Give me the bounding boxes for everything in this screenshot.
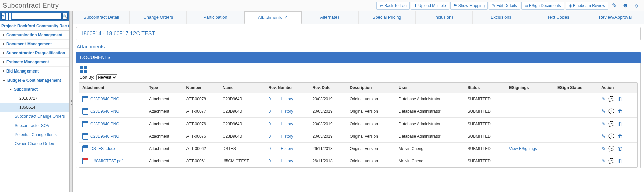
view-esignings-link[interactable]: View ESignings (509, 146, 537, 151)
history-link[interactable]: History (281, 109, 293, 114)
edit-icon[interactable]: ✎ (601, 96, 606, 102)
sidebar-item-oco[interactable]: Owner Change Orders (0, 139, 69, 148)
chevron-down-icon (9, 89, 12, 90)
tab-special-pricing[interactable]: Special Pricing (359, 11, 416, 24)
rev-number-link[interactable]: 0 (269, 159, 271, 163)
delete-icon[interactable]: 🗑 (618, 121, 623, 127)
sidebar-item-pci[interactable]: Potential Change Items (0, 130, 69, 139)
cell-status: SUBMITTED (465, 93, 506, 105)
sidebar-leaf-1860514[interactable]: 1860514 (0, 103, 69, 112)
col-name[interactable]: Name (220, 83, 266, 93)
globe-icon[interactable]: ☼ (632, 2, 642, 9)
rev-number-link[interactable]: 0 (269, 134, 271, 139)
col-status[interactable]: Status (465, 83, 506, 93)
sidebar-leaf-20180717[interactable]: 20180717 (0, 94, 69, 103)
sidebar-search-input[interactable] (12, 13, 62, 20)
col-number[interactable]: Number (183, 83, 220, 93)
history-link[interactable]: History (281, 134, 293, 139)
minus-icon[interactable]: − (9, 13, 11, 20)
delete-icon[interactable]: 🗑 (618, 146, 623, 152)
cell-status: SUBMITTED (465, 105, 506, 118)
edit-icon[interactable]: ✎ (601, 108, 606, 114)
compose-icon[interactable]: ✎ (610, 2, 619, 9)
tab-change-orders[interactable]: Change Orders (130, 11, 187, 24)
comment-icon[interactable]: 💬 (608, 133, 615, 139)
rev-number-link[interactable]: 0 (269, 122, 271, 126)
cell-desc: Original Version (347, 118, 396, 130)
edit-icon[interactable]: ✎ (601, 146, 606, 152)
attachment-link[interactable]: DSTEST.docx (90, 146, 115, 151)
history-link[interactable]: History (281, 122, 293, 126)
user-icon[interactable]: ☻ (620, 2, 631, 9)
file-icon (82, 145, 88, 152)
show-mapping-button[interactable]: ⚑Show Mapping (450, 2, 488, 10)
edit-details-button[interactable]: ✎Edit Details (489, 2, 520, 10)
delete-icon[interactable]: 🗑 (618, 96, 623, 102)
delete-icon[interactable]: 🗑 (618, 158, 623, 164)
search-icon[interactable]: 🔍 (62, 13, 68, 20)
documents-table: Attachment Type Number Name Rev. Number … (79, 83, 637, 167)
history-link[interactable]: History (281, 97, 293, 101)
comment-icon[interactable]: 💬 (608, 96, 615, 102)
sortby-select[interactable]: Newest (96, 74, 117, 80)
rev-number-link[interactable]: 0 (269, 97, 271, 101)
comment-icon[interactable]: 💬 (608, 158, 615, 164)
sidebar-item-sco[interactable]: Subcontract Change Orders (0, 112, 69, 121)
back-to-log-button[interactable]: 🡐Back To Log (376, 2, 410, 10)
history-link[interactable]: History (281, 159, 293, 163)
col-esignings[interactable]: ESignings (506, 83, 555, 93)
col-type[interactable]: Type (146, 83, 184, 93)
tab-review-approval[interactable]: Review/Approval (587, 11, 644, 24)
attachment-link[interactable]: C23D9640.PNG (90, 134, 119, 139)
sidebar-item-estimate[interactable]: Estimate Management (0, 58, 69, 67)
edit-icon[interactable]: ✎ (601, 158, 606, 164)
tab-text-codes[interactable]: Text Codes (530, 11, 587, 24)
col-esign-status[interactable]: ESign Status (555, 83, 599, 93)
delete-icon[interactable]: 🗑 (618, 108, 623, 114)
attachment-link[interactable]: C23D9640.PNG (90, 109, 119, 114)
sidebar-item-subcontract[interactable]: Subcontract (0, 85, 69, 94)
col-attachment[interactable]: Attachment (79, 83, 146, 93)
delete-icon[interactable]: 🗑 (618, 133, 623, 139)
bluebeam-review-button[interactable]: ◉Bluebeam Review (566, 2, 608, 10)
tab-exclusions[interactable]: Exclusions (473, 11, 530, 24)
sidebar-item-document[interactable]: Document Management (0, 40, 69, 49)
pencil-icon: ✎ (492, 3, 495, 8)
attachment-link[interactable]: C23D9640.PNG (90, 97, 119, 101)
sidebar-item-prequal[interactable]: Subcontractor Prequalification (0, 49, 69, 58)
page-title: Subcontract Entry (3, 2, 59, 9)
tab-attachments[interactable]: Attachments ✓ (244, 11, 302, 24)
refresh-icon[interactable]: ⟳ (1, 13, 5, 20)
rev-number-link[interactable]: 0 (269, 109, 271, 114)
upload-multiple-button[interactable]: ⬆Upload Multiple (411, 2, 449, 10)
splitter[interactable] (69, 11, 73, 192)
sidebar-item-communication[interactable]: Communication Management (0, 31, 69, 40)
cell-type: Attachment (146, 130, 184, 143)
tab-subcontract-detail[interactable]: Subcontract Detail (73, 11, 130, 24)
col-rev-number[interactable]: Rev. Number (266, 83, 310, 93)
history-link[interactable]: History (281, 146, 293, 151)
col-description[interactable]: Description (347, 83, 396, 93)
grid-view-icon[interactable] (80, 66, 87, 73)
comment-icon[interactable]: 💬 (608, 108, 615, 114)
comment-icon[interactable]: 💬 (608, 121, 615, 127)
edit-icon[interactable]: ✎ (601, 133, 606, 139)
sidebar-item-budget[interactable]: Budget & Cost Management (0, 76, 69, 85)
col-rev-date[interactable]: Rev. Date (310, 83, 347, 93)
esign-documents-button[interactable]: ▭ESign Documents (521, 2, 564, 10)
sidebar-item-sov[interactable]: Subcontractor SOV (0, 121, 69, 130)
sidebar-item-bid[interactable]: Bid Management (0, 67, 69, 76)
col-user[interactable]: User (396, 83, 465, 93)
col-action[interactable]: Action (599, 83, 637, 93)
rev-number-link[interactable]: 0 (269, 146, 271, 151)
tab-alternates[interactable]: Alternates (302, 11, 359, 24)
tab-participation[interactable]: Participation (187, 11, 244, 24)
table-row: !!!!!CMICTEST.pdfAttachmentATT-00061!!!!… (79, 155, 637, 167)
edit-icon[interactable]: ✎ (601, 121, 606, 127)
cell-status: SUBMITTED (465, 118, 506, 130)
comment-icon[interactable]: 💬 (608, 146, 615, 152)
tab-inclusions[interactable]: Inclusions (416, 11, 473, 24)
attachment-link[interactable]: C23D9640.PNG (90, 122, 119, 126)
attachment-link[interactable]: !!!!!CMICTEST.pdf (90, 159, 123, 163)
plus-icon[interactable]: + (6, 13, 9, 20)
